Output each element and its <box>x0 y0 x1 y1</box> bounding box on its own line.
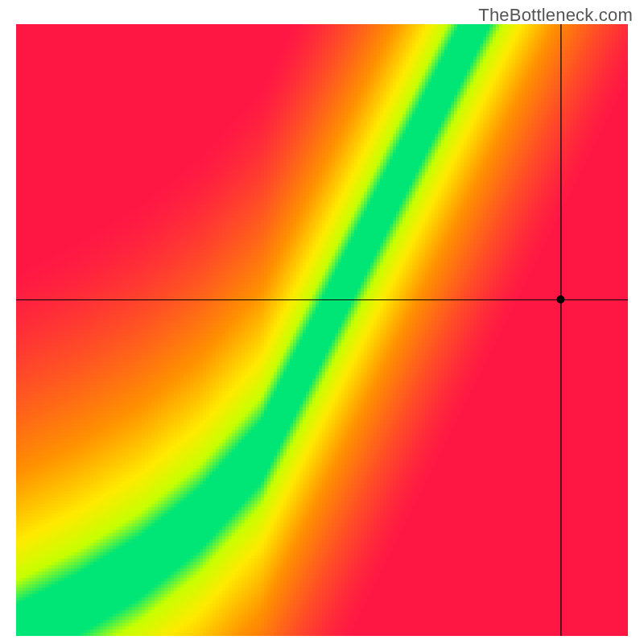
bottleneck-heatmap <box>16 24 628 636</box>
watermark-text: TheBottleneck.com <box>478 5 633 26</box>
